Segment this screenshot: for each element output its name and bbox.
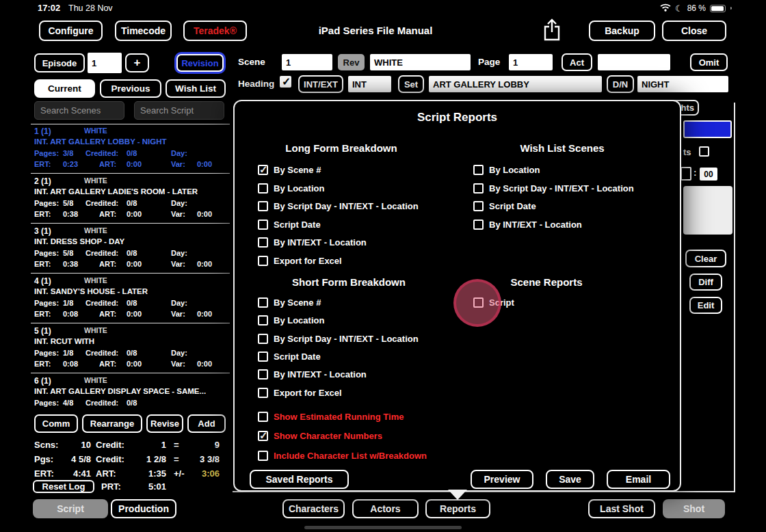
credited-label: Credited: [85, 149, 118, 157]
checkbox-icon[interactable] [258, 315, 268, 325]
backup-button[interactable]: Backup [589, 21, 655, 41]
credited-label: Credited: [85, 199, 118, 207]
tab-wish-list[interactable]: Wish List [166, 79, 226, 98]
close-button[interactable]: Close [662, 21, 726, 41]
checkbox-icon[interactable] [258, 431, 268, 441]
checkbox-icon[interactable] [258, 165, 268, 175]
clear-button[interactable]: Clear [685, 250, 726, 267]
preview-button[interactable]: Preview [471, 470, 533, 489]
day-label: Day: [171, 299, 187, 307]
day-night-button[interactable]: D/N [607, 75, 634, 93]
day-night-input[interactable]: NIGHT [637, 76, 728, 92]
checkbox-icon[interactable] [258, 388, 268, 398]
highlighted-field[interactable] [683, 120, 732, 138]
scene-number: 4 (1) [34, 276, 51, 286]
option-label: By Location [274, 315, 324, 325]
saved-reports-button[interactable]: Saved Reports [250, 470, 349, 489]
scene-list-item-3[interactable]: 3 (1)WHITE INT. DRESS SHOP - DAY Pages:5… [31, 224, 230, 274]
reports-tab-button[interactable]: Reports [425, 499, 490, 518]
scene-list-item-6[interactable]: 6 (1)WHITE INT. ART GALLERY DISPLAY SPAC… [31, 374, 230, 412]
app-title: iPad Series File Manual [319, 25, 433, 36]
day-label: Day: [171, 149, 187, 157]
page-number-input[interactable]: 1 [509, 54, 553, 70]
comm-button[interactable]: Comm [34, 414, 78, 433]
status-bar: 17:02 Thu 28 Nov ☾ 86 % [0, 0, 766, 15]
episode-button[interactable]: Episode [34, 53, 85, 72]
rearrange-button[interactable]: Rearrange [82, 414, 142, 433]
checkbox-icon[interactable] [473, 165, 484, 175]
scene-list-item-1[interactable]: 1 (1)WHITE INT. ART GALLERY LOBBY - NIGH… [31, 124, 230, 174]
diff-button[interactable]: Diff [689, 274, 722, 291]
act-button[interactable]: Act [562, 53, 592, 71]
script-tab-button[interactable]: Script [33, 499, 108, 518]
option-label: Include Character List w/Breakdown [274, 451, 427, 461]
ert-value: 0:08 [63, 310, 78, 318]
set-button[interactable]: Set [398, 75, 424, 93]
search-scenes-input[interactable] [34, 101, 124, 120]
reset-log-button[interactable]: Reset Log [33, 480, 94, 493]
characters-tab-button[interactable]: Characters [282, 499, 345, 518]
scene-list-item-2[interactable]: 2 (1)WHITE INT. ART GALLERY LADIE'S ROOM… [31, 174, 230, 224]
option-label: Script Date [489, 201, 536, 211]
email-button[interactable]: Email [607, 470, 670, 489]
share-icon[interactable] [542, 18, 562, 44]
pages-label: Pages: [34, 249, 59, 257]
time-field-fragment[interactable] [681, 167, 691, 181]
revise-button[interactable]: Revise [146, 414, 183, 433]
battery-icon [710, 5, 726, 12]
art-label: ART: [99, 260, 116, 268]
page-label: Page [478, 57, 500, 67]
episode-number-input[interactable]: 1 [88, 53, 122, 73]
add-scene-button[interactable]: Add [187, 414, 226, 433]
int-ext-input[interactable]: INT [348, 76, 391, 92]
pages-value: 1/8 [63, 349, 73, 357]
act-input[interactable] [598, 54, 670, 70]
scene-list-item-5[interactable]: 5 (1)WHITE INT. RCUT WITH Pages:1/8Credi… [31, 324, 230, 373]
search-script-input[interactable] [134, 101, 224, 120]
last-shot-button[interactable]: Last Shot [588, 499, 655, 518]
actors-tab-button[interactable]: Actors [352, 499, 419, 518]
checkbox-icon[interactable] [258, 220, 268, 230]
checkbox-icon[interactable] [258, 237, 268, 248]
add-episode-button[interactable]: + [125, 53, 149, 72]
checkbox-icon[interactable] [258, 351, 268, 362]
heading-checkbox[interactable] [280, 76, 291, 88]
pages-label: Pages: [34, 399, 59, 407]
checkbox-icon[interactable] [258, 369, 268, 380]
touch-indicator [453, 279, 501, 327]
shot-button[interactable]: Shot [663, 499, 725, 518]
checkbox-icon[interactable] [258, 256, 268, 266]
checkbox-icon[interactable] [473, 201, 484, 211]
teradek-button[interactable]: Teradek® [183, 21, 247, 41]
checkbox-icon[interactable] [258, 183, 268, 194]
scene-list-item-4[interactable]: 4 (1)WHITE INT. SANDY'S HOUSE - LATER Pa… [31, 274, 230, 323]
checkbox-icon[interactable] [258, 334, 268, 344]
art-label: ART: [99, 310, 116, 318]
set-input[interactable]: ART GALLERY LOBBY [429, 76, 602, 92]
minutes-field[interactable]: 00 [700, 168, 717, 181]
home-indicator[interactable] [304, 526, 462, 529]
revision-color-input[interactable]: WHITE [370, 54, 471, 70]
production-tab-button[interactable]: Production [111, 499, 176, 518]
ert-value: 0:38 [63, 210, 78, 218]
revision-button[interactable]: Revision [176, 54, 224, 72]
timecode-button[interactable]: Timecode [115, 21, 172, 41]
edit-button[interactable]: Edit [689, 297, 722, 314]
omit-button[interactable]: Omit [690, 53, 728, 71]
checkbox-icon[interactable] [473, 220, 484, 230]
scene-number-input[interactable]: 1 [282, 54, 332, 70]
option-label: Show Estimated Running Time [274, 412, 404, 422]
int-ext-button[interactable]: INT/EXT [298, 75, 343, 93]
tab-previous[interactable]: Previous [100, 79, 161, 98]
rev-button[interactable]: Rev [338, 54, 365, 70]
configure-button[interactable]: Configure [39, 21, 103, 41]
checkbox-icon[interactable] [258, 412, 268, 422]
tab-current[interactable]: Current [34, 79, 95, 98]
checkbox-icon[interactable] [258, 297, 268, 308]
checkbox-icon[interactable] [258, 201, 268, 211]
ts-checkbox[interactable] [699, 146, 709, 157]
checkbox-icon[interactable] [473, 183, 484, 194]
save-button[interactable]: Save [546, 470, 594, 489]
checkbox-icon[interactable] [258, 451, 268, 461]
notes-panel[interactable] [683, 186, 732, 235]
